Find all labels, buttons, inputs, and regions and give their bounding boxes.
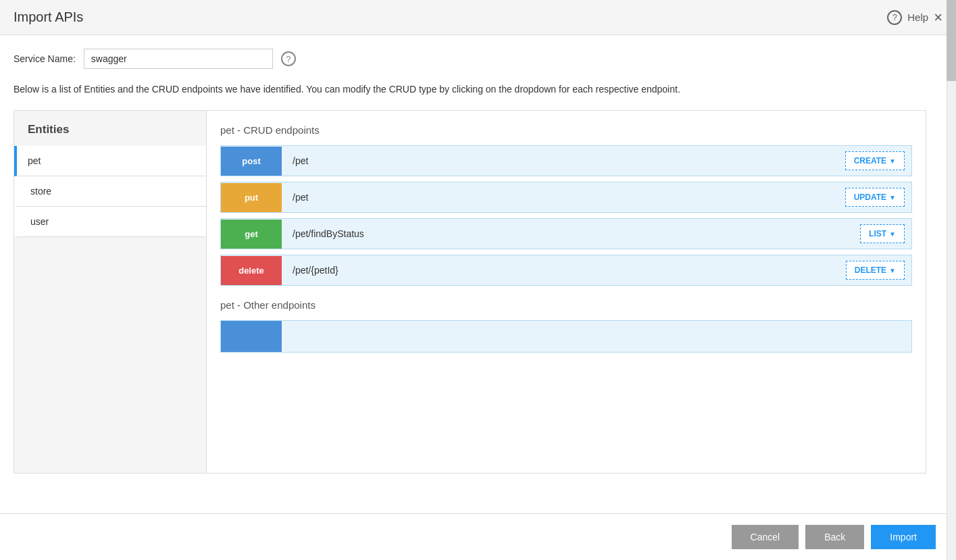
- update-dropdown-arrow: ▼: [889, 194, 896, 201]
- dialog-title: Import APIs: [14, 9, 83, 25]
- method-badge-put: put: [221, 183, 282, 212]
- import-button[interactable]: Import: [871, 525, 936, 549]
- endpoint-path-pet-post: /pet: [282, 146, 838, 176]
- method-badge-post: post: [221, 147, 282, 176]
- dialog-header: Import APIs ? Help ×: [0, 0, 956, 35]
- cancel-button[interactable]: Cancel: [732, 525, 799, 549]
- partial-badge: [221, 321, 282, 352]
- crud-badge-create-label: CREATE: [854, 156, 886, 166]
- crud-badge-update-label: UPDATE: [854, 193, 886, 202]
- partial-endpoint-row: [220, 320, 912, 353]
- entity-item-user[interactable]: user: [14, 207, 206, 237]
- info-icon[interactable]: ?: [281, 51, 296, 66]
- back-button[interactable]: Back: [805, 525, 864, 549]
- crud-badge-delete-label: DELETE: [855, 265, 886, 275]
- crud-section-title: pet - CRUD endpoints: [220, 124, 912, 136]
- import-apis-dialog: Import APIs ? Help × Service Name: ? Bel…: [0, 0, 956, 560]
- service-name-label: Service Name:: [14, 53, 76, 64]
- crud-badge-update[interactable]: UPDATE ▼: [845, 188, 905, 207]
- entities-sidebar: Entities pet store user: [14, 111, 207, 473]
- entities-header: Entities: [14, 111, 206, 146]
- delete-dropdown-arrow: ▼: [889, 267, 896, 274]
- help-label: Help: [907, 11, 928, 23]
- help-icon[interactable]: ?: [887, 10, 902, 25]
- service-name-row: Service Name: ?: [14, 49, 926, 69]
- crud-badge-create[interactable]: CREATE ▼: [845, 151, 905, 170]
- header-right: ? Help ×: [887, 10, 942, 25]
- crud-badge-list[interactable]: LIST ▼: [860, 224, 905, 243]
- close-button[interactable]: ×: [934, 10, 942, 25]
- endpoint-row-get-findbystatus: get /pet/findByStatus LIST ▼: [220, 218, 912, 249]
- endpoints-panel: pet - CRUD endpoints post /pet CREATE ▼ …: [207, 111, 926, 473]
- service-name-input[interactable]: [84, 49, 273, 69]
- endpoint-path-findbystatus: /pet/findByStatus: [282, 219, 853, 249]
- endpoint-row-post-pet: post /pet CREATE ▼: [220, 145, 912, 176]
- dialog-body: Service Name: ? Below is a list of Entit…: [0, 35, 947, 513]
- list-dropdown-arrow: ▼: [889, 230, 896, 238]
- dialog-footer: Cancel Back Import: [0, 513, 956, 560]
- main-panel: Entities pet store user pet - CRUD endpo…: [14, 110, 926, 474]
- create-dropdown-arrow: ▼: [889, 157, 896, 165]
- entity-item-pet[interactable]: pet: [14, 146, 206, 176]
- endpoint-row-delete-petid: delete /pet/{petId} DELETE ▼: [220, 255, 912, 286]
- endpoint-path-petid: /pet/{petId}: [282, 255, 839, 285]
- scrollbar-track: [947, 0, 956, 560]
- entity-item-store[interactable]: store: [14, 176, 206, 207]
- method-badge-delete: delete: [221, 256, 282, 285]
- endpoint-path-pet-put: /pet: [282, 182, 838, 212]
- crud-badge-list-label: LIST: [869, 229, 886, 238]
- crud-badge-delete[interactable]: DELETE ▼: [846, 261, 905, 280]
- other-endpoints-title: pet - Other endpoints: [220, 299, 912, 311]
- method-badge-get: get: [221, 220, 282, 249]
- endpoint-row-put-pet: put /pet UPDATE ▼: [220, 182, 912, 213]
- scrollbar-thumb[interactable]: [947, 0, 956, 81]
- description-text: Below is a list of Entities and the CRUD…: [14, 82, 926, 97]
